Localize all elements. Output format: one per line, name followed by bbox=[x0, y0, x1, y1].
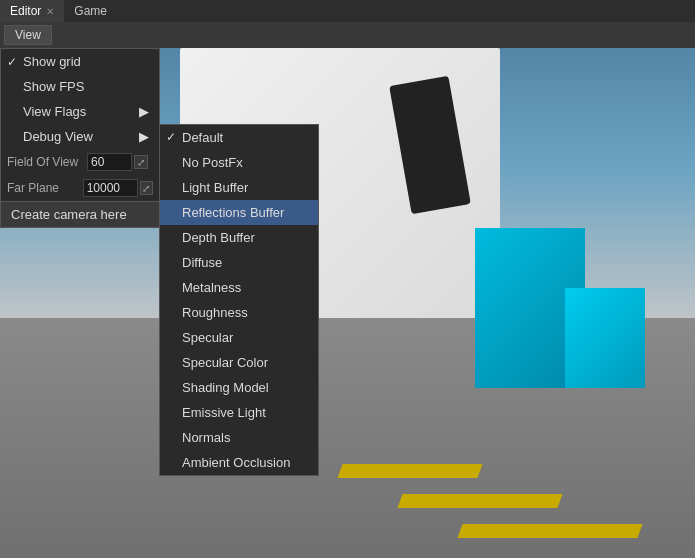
submenu-metalness-label: Metalness bbox=[182, 280, 241, 295]
menu-item-view-flags[interactable]: View Flags ▶ bbox=[1, 99, 159, 124]
submenu-item-emissive-light[interactable]: Emissive Light bbox=[160, 400, 318, 425]
submenu-ambient-occlusion-label: Ambient Occlusion bbox=[182, 455, 290, 470]
far-plane-row: Far Plane ⤢ bbox=[1, 175, 159, 201]
debug-view-label: Debug View bbox=[23, 129, 93, 144]
far-plane-input[interactable] bbox=[83, 179, 138, 197]
submenu-default-label: Default bbox=[182, 130, 223, 145]
submenu-item-shading-model[interactable]: Shading Model bbox=[160, 375, 318, 400]
debug-view-submenu: Default No PostFx Light Buffer Reflectio… bbox=[159, 124, 319, 476]
submenu-light-buffer-label: Light Buffer bbox=[182, 180, 248, 195]
tab-editor-label: Editor bbox=[10, 4, 41, 18]
fov-row: Field Of View ⤢ bbox=[1, 149, 159, 175]
menu-item-show-grid[interactable]: Show grid bbox=[1, 49, 159, 74]
menu-item-show-fps[interactable]: Show FPS bbox=[1, 74, 159, 99]
toolbar: View bbox=[0, 22, 695, 48]
submenu-normals-label: Normals bbox=[182, 430, 230, 445]
submenu-item-normals[interactable]: Normals bbox=[160, 425, 318, 450]
floor-stripe-1 bbox=[337, 464, 482, 478]
view-flags-arrow: ▶ bbox=[139, 104, 149, 119]
submenu-specular-label: Specular bbox=[182, 330, 233, 345]
tab-game[interactable]: Game bbox=[64, 0, 117, 22]
floor-stripe-2 bbox=[397, 494, 562, 508]
view-button[interactable]: View bbox=[4, 25, 52, 45]
submenu-item-metalness[interactable]: Metalness bbox=[160, 275, 318, 300]
submenu-item-roughness[interactable]: Roughness bbox=[160, 300, 318, 325]
submenu-shading-model-label: Shading Model bbox=[182, 380, 269, 395]
box-small bbox=[565, 288, 645, 388]
submenu-diffuse-label: Diffuse bbox=[182, 255, 222, 270]
main-menu: Show grid Show FPS View Flags ▶ Debug Vi… bbox=[0, 48, 160, 228]
submenu-item-specular-color[interactable]: Specular Color bbox=[160, 350, 318, 375]
far-plane-label: Far Plane bbox=[7, 181, 83, 195]
submenu-reflections-buffer-label: Reflections Buffer bbox=[182, 205, 284, 220]
create-camera-label: Create camera here bbox=[11, 207, 127, 222]
submenu-emissive-light-label: Emissive Light bbox=[182, 405, 266, 420]
show-fps-label: Show FPS bbox=[23, 79, 84, 94]
submenu-depth-buffer-label: Depth Buffer bbox=[182, 230, 255, 245]
submenu-specular-color-label: Specular Color bbox=[182, 355, 268, 370]
fov-input[interactable] bbox=[87, 153, 132, 171]
submenu-item-specular[interactable]: Specular bbox=[160, 325, 318, 350]
show-grid-label: Show grid bbox=[23, 54, 81, 69]
menu-item-debug-view[interactable]: Debug View ▶ bbox=[1, 124, 159, 149]
menu-item-create-camera[interactable]: Create camera here bbox=[1, 201, 159, 227]
debug-view-container: Debug View ▶ Default No PostFx Light Buf… bbox=[1, 124, 159, 149]
tab-editor-close[interactable]: ✕ bbox=[46, 6, 54, 17]
submenu-item-ambient-occlusion[interactable]: Ambient Occlusion bbox=[160, 450, 318, 475]
submenu-item-no-postfx[interactable]: No PostFx bbox=[160, 150, 318, 175]
tab-editor[interactable]: Editor ✕ bbox=[0, 0, 64, 22]
submenu-item-reflections-buffer[interactable]: Reflections Buffer bbox=[160, 200, 318, 225]
far-plane-expand-btn[interactable]: ⤢ bbox=[140, 181, 153, 195]
submenu-roughness-label: Roughness bbox=[182, 305, 248, 320]
view-flags-label: View Flags bbox=[23, 104, 86, 119]
submenu-item-diffuse[interactable]: Diffuse bbox=[160, 250, 318, 275]
submenu-item-depth-buffer[interactable]: Depth Buffer bbox=[160, 225, 318, 250]
submenu-no-postfx-label: No PostFx bbox=[182, 155, 243, 170]
submenu-item-default[interactable]: Default bbox=[160, 125, 318, 150]
floor-stripe-3 bbox=[457, 524, 642, 538]
debug-view-arrow: ▶ bbox=[139, 129, 149, 144]
fov-label: Field Of View bbox=[7, 155, 87, 169]
top-bar: Editor ✕ Game bbox=[0, 0, 695, 22]
submenu-item-light-buffer[interactable]: Light Buffer bbox=[160, 175, 318, 200]
tab-game-label: Game bbox=[74, 4, 107, 18]
fov-expand-btn[interactable]: ⤢ bbox=[134, 155, 148, 169]
